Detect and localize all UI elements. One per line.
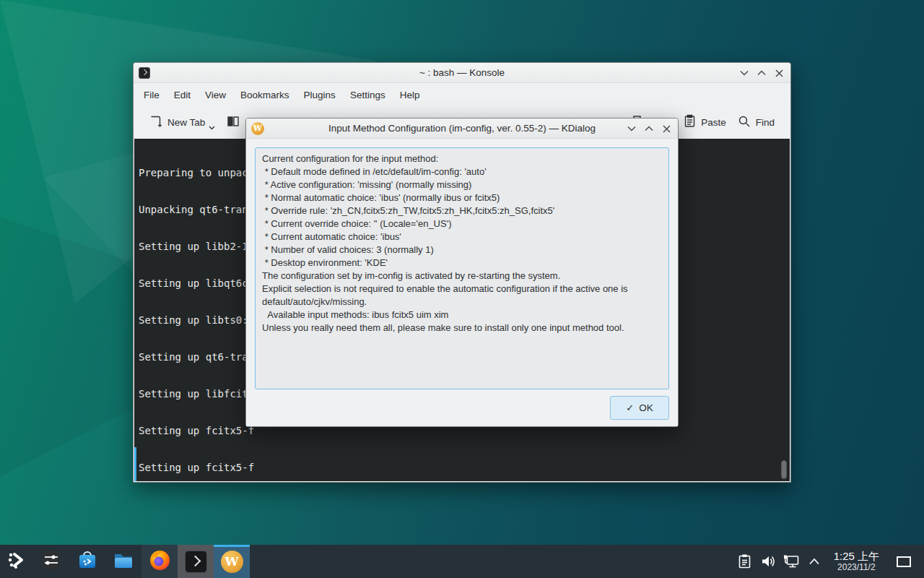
clock-time: 1:25 上午 bbox=[834, 550, 879, 562]
menu-view[interactable]: View bbox=[198, 87, 233, 103]
new-tab-label: New Tab bbox=[167, 117, 205, 128]
dialog-text-line: * Current override choice: '' (Locale='e… bbox=[262, 217, 662, 230]
dialog-text-line: Available input methods: ibus fcitx5 uim… bbox=[262, 309, 662, 322]
terminal-activity-indicator bbox=[134, 447, 136, 481]
clipboard-icon[interactable] bbox=[736, 545, 754, 578]
ok-button-label: OK bbox=[639, 402, 653, 413]
dialog-message-area[interactable]: Current configuration for the input meth… bbox=[255, 147, 669, 389]
konsole-icon bbox=[185, 551, 207, 573]
network-icon[interactable] bbox=[782, 545, 801, 578]
new-tab-icon bbox=[149, 115, 162, 130]
check-icon: ✓ bbox=[626, 402, 634, 413]
dialog-text-line: * Override rule: 'zh_CN,fcitx5:zh_TW,fci… bbox=[262, 204, 662, 217]
im-config-dialog: W Input Method Configuration (im-config,… bbox=[245, 118, 679, 427]
find-icon bbox=[738, 115, 751, 130]
new-tab-button[interactable]: New Tab bbox=[144, 108, 221, 137]
konsole-titlebar[interactable]: ~ : bash — Konsole bbox=[134, 63, 790, 83]
clock-date: 2023/11/2 bbox=[834, 563, 879, 573]
maximize-icon[interactable] bbox=[753, 64, 770, 82]
dialog-body: Current configuration for the input meth… bbox=[246, 139, 678, 426]
system-settings-button[interactable] bbox=[33, 545, 69, 578]
menu-plugins[interactable]: Plugins bbox=[297, 87, 343, 103]
menu-edit[interactable]: Edit bbox=[167, 87, 198, 103]
split-view-icon bbox=[227, 115, 240, 130]
dialog-text-line: The configuration set by im-config is ac… bbox=[262, 269, 662, 282]
dialog-text-line: Explicit selection is not required to en… bbox=[262, 282, 662, 309]
dialog-title: Input Method Configuration (im-config, v… bbox=[246, 123, 678, 134]
dialog-titlebar[interactable]: W Input Method Configuration (im-config,… bbox=[246, 118, 678, 139]
taskbar-firefox[interactable] bbox=[141, 545, 178, 578]
dialog-text-line: * Normal automatic choice: 'ibus' (norma… bbox=[262, 191, 662, 204]
volume-icon[interactable] bbox=[759, 545, 777, 578]
app-launcher-icon bbox=[6, 550, 27, 573]
file-manager-button[interactable] bbox=[105, 545, 141, 578]
paste-button[interactable]: Paste bbox=[678, 110, 732, 134]
show-desktop-icon[interactable] bbox=[897, 556, 911, 567]
konsole-icon bbox=[139, 67, 150, 79]
expand-tray-caret-icon[interactable] bbox=[805, 545, 824, 578]
dialog-text-line: * Default mode defined in /etc/default/i… bbox=[262, 165, 662, 178]
dialog-text-line: * Current automatic choice: 'ibus' bbox=[262, 230, 662, 243]
close-icon[interactable] bbox=[770, 64, 788, 82]
dialog-text-line: Unless you really need them all, please … bbox=[262, 322, 662, 335]
system-tray: 1:25 上午 2023/11/2 bbox=[736, 545, 924, 578]
konsole-menubar: File Edit View Bookmarks Plugins Setting… bbox=[134, 83, 790, 106]
paste-label: Paste bbox=[701, 117, 726, 128]
folder-icon bbox=[113, 549, 134, 574]
paste-icon bbox=[684, 114, 696, 130]
menu-bookmarks[interactable]: Bookmarks bbox=[233, 87, 297, 103]
minimize-icon[interactable] bbox=[623, 120, 640, 137]
discover-button[interactable] bbox=[69, 545, 105, 578]
dialog-text-line: Current configuration for the input meth… bbox=[262, 152, 662, 165]
im-config-w-icon: W bbox=[251, 122, 264, 135]
find-label: Find bbox=[756, 117, 775, 128]
terminal-line: Setting up fcitx5-f bbox=[139, 462, 785, 474]
im-config-w-icon: W bbox=[221, 551, 243, 573]
konsole-window-title: ~ : bash — Konsole bbox=[134, 67, 790, 78]
taskbar-im-config-dialog[interactable]: W bbox=[214, 545, 250, 578]
minimize-icon[interactable] bbox=[736, 64, 753, 82]
taskbar-konsole[interactable] bbox=[178, 545, 214, 578]
menu-settings[interactable]: Settings bbox=[343, 87, 393, 103]
system-settings-icon bbox=[40, 549, 62, 574]
terminal-scrollbar[interactable] bbox=[781, 460, 787, 479]
ok-button[interactable]: ✓ OK bbox=[610, 396, 669, 420]
menu-file[interactable]: File bbox=[136, 87, 167, 103]
close-icon[interactable] bbox=[658, 120, 675, 137]
menu-help[interactable]: Help bbox=[393, 87, 427, 103]
clock-widget[interactable]: 1:25 上午 2023/11/2 bbox=[828, 550, 885, 572]
maximize-icon[interactable] bbox=[640, 120, 658, 137]
taskbar: W 1:25 上午 2023/11/2 bbox=[0, 545, 924, 578]
dialog-text-line: * Desktop environment: 'KDE' bbox=[262, 256, 662, 269]
discover-icon bbox=[77, 549, 98, 574]
firefox-icon bbox=[149, 549, 171, 574]
dialog-text-line: * Number of valid choices: 3 (normally 1… bbox=[262, 243, 662, 256]
find-button[interactable]: Find bbox=[732, 111, 780, 134]
dialog-text-line: * Active configuration: 'missing' (norma… bbox=[262, 178, 662, 191]
app-launcher-button[interactable] bbox=[0, 545, 33, 578]
chevron-down-icon bbox=[209, 121, 215, 132]
